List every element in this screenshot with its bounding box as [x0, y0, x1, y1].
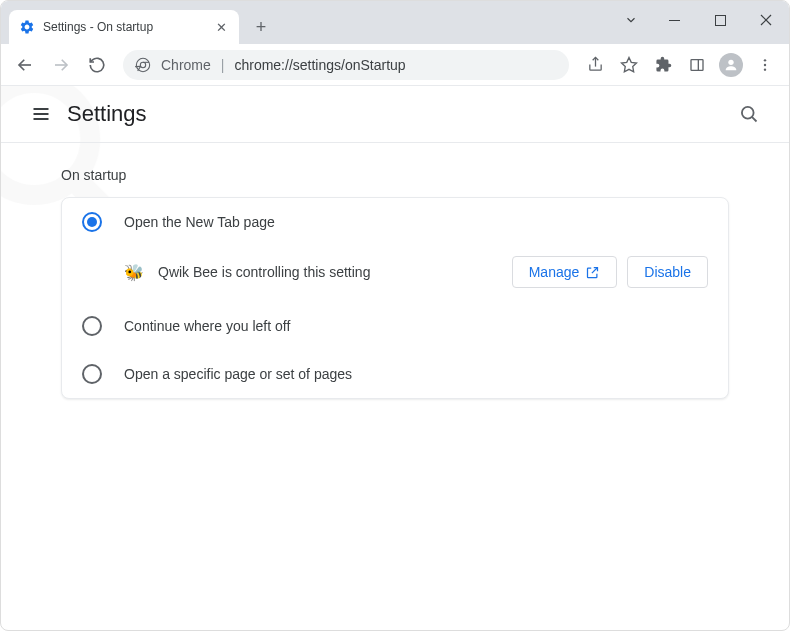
radio-unselected[interactable]	[82, 316, 102, 336]
svg-rect-15	[691, 59, 703, 70]
maximize-button[interactable]	[697, 1, 743, 39]
svg-point-18	[764, 59, 766, 61]
tab-title: Settings - On startup	[43, 20, 205, 34]
manage-label: Manage	[529, 264, 580, 280]
startup-options-card: Open the New Tab page 🐝 Qwik Bee is cont…	[61, 197, 729, 399]
extension-notice: 🐝 Qwik Bee is controlling this setting M…	[62, 246, 728, 302]
option-label: Continue where you left off	[124, 318, 290, 334]
option-label: Open a specific page or set of pages	[124, 366, 352, 382]
settings-header: Settings	[1, 86, 789, 143]
svg-point-19	[764, 63, 766, 65]
manage-button[interactable]: Manage	[512, 256, 618, 288]
share-icon[interactable]	[579, 49, 611, 81]
omnibox-url: chrome://settings/onStartup	[234, 57, 405, 73]
extension-text: Qwik Bee is controlling this setting	[158, 264, 498, 280]
profile-avatar[interactable]	[715, 49, 747, 81]
omnibox-prefix: Chrome	[161, 57, 211, 73]
option-continue[interactable]: Continue where you left off	[62, 302, 728, 350]
svg-point-24	[742, 107, 754, 119]
omnibox-separator: |	[221, 57, 225, 73]
settings-content: On startup Open the New Tab page 🐝 Qwik …	[1, 143, 789, 423]
minimize-button[interactable]	[651, 1, 697, 39]
bee-icon: 🐝	[124, 262, 144, 282]
back-button[interactable]	[9, 49, 41, 81]
disable-button[interactable]: Disable	[627, 256, 708, 288]
extensions-icon[interactable]	[647, 49, 679, 81]
option-label: Open the New Tab page	[124, 214, 275, 230]
svg-rect-3	[715, 15, 725, 25]
browser-tab[interactable]: Settings - On startup ✕	[9, 10, 239, 44]
browser-toolbar: Chrome | chrome://settings/onStartup	[1, 44, 789, 86]
option-specific-pages[interactable]: Open a specific page or set of pages	[62, 350, 728, 398]
bookmark-star-icon[interactable]	[613, 49, 645, 81]
search-icon[interactable]	[729, 94, 769, 134]
svg-point-17	[728, 59, 733, 64]
section-title: On startup	[61, 167, 729, 183]
svg-point-9	[140, 62, 145, 67]
page-title: Settings	[67, 101, 147, 127]
tab-search-button[interactable]	[611, 1, 651, 39]
window-controls	[611, 1, 789, 39]
option-new-tab[interactable]: Open the New Tab page	[62, 198, 728, 246]
gear-icon	[19, 19, 35, 35]
svg-point-20	[764, 68, 766, 70]
reload-button[interactable]	[81, 49, 113, 81]
forward-button[interactable]	[45, 49, 77, 81]
svg-marker-14	[622, 57, 637, 71]
address-bar[interactable]: Chrome | chrome://settings/onStartup	[123, 50, 569, 80]
chrome-icon	[135, 57, 151, 73]
radio-selected[interactable]	[82, 212, 102, 232]
svg-line-25	[752, 117, 757, 122]
close-window-button[interactable]	[743, 1, 789, 39]
sidepanel-icon[interactable]	[681, 49, 713, 81]
hamburger-menu-icon[interactable]	[21, 94, 61, 134]
menu-dots-icon[interactable]	[749, 49, 781, 81]
disable-label: Disable	[644, 264, 691, 280]
radio-unselected[interactable]	[82, 364, 102, 384]
window-titlebar: Settings - On startup ✕ +	[1, 1, 789, 44]
close-icon[interactable]: ✕	[213, 19, 229, 35]
new-tab-button[interactable]: +	[247, 13, 275, 41]
external-link-icon	[585, 265, 600, 280]
